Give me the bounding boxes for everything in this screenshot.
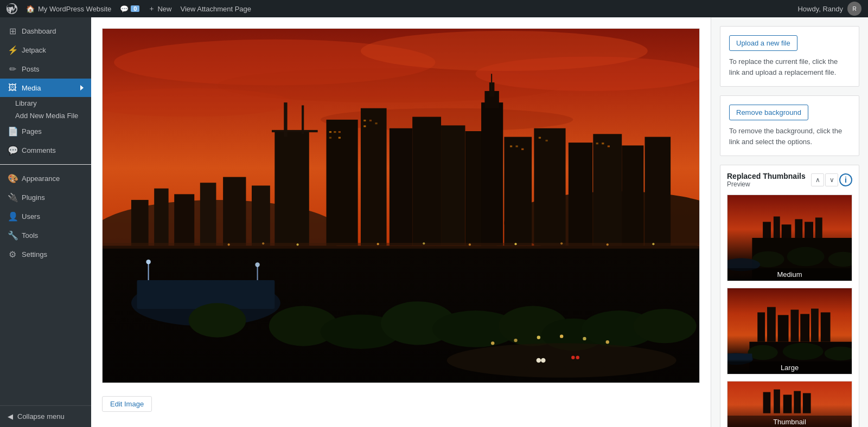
upload-description: To replace the current file, click the l… — [729, 56, 850, 77]
sidebar-item-comments[interactable]: 💬 Comments — [0, 141, 91, 160]
sidebar-item-plugins-label: Plugins — [22, 193, 45, 202]
svg-rect-23 — [272, 130, 318, 132]
sidebar-item-media[interactable]: 🖼 Media — [0, 79, 91, 97]
sidebar-item-pages-label: Pages — [22, 127, 42, 135]
remove-background-button[interactable]: Remove background — [729, 105, 808, 120]
svg-point-57 — [146, 260, 150, 264]
svg-rect-105 — [778, 315, 789, 341]
edit-image-button[interactable]: Edit Image — [102, 396, 152, 412]
sidebar-item-settings-label: Settings — [22, 250, 47, 258]
svg-point-76 — [541, 358, 545, 363]
dashboard-icon: ⊞ — [8, 26, 17, 36]
sidebar-item-plugins[interactable]: 🔌 Plugins — [0, 188, 91, 207]
thumbnail-medium-label: Medium — [727, 268, 852, 281]
svg-rect-49 — [596, 143, 598, 144]
media-arrow — [80, 85, 84, 90]
sidebar-item-tools-label: Tools — [22, 231, 38, 240]
svg-rect-42 — [363, 125, 366, 127]
svg-rect-54 — [137, 280, 275, 309]
sidebar-item-dashboard[interactable]: ⊞ Dashboard — [0, 22, 91, 41]
library-label: Library — [15, 99, 37, 107]
svg-rect-10 — [154, 189, 168, 246]
sidebar-item-jetpack-label: Jetpack — [22, 46, 46, 54]
svg-rect-38 — [329, 137, 331, 139]
svg-point-81 — [262, 242, 264, 244]
svg-point-74 — [606, 340, 609, 344]
svg-point-88 — [607, 243, 609, 245]
svg-rect-28 — [593, 134, 622, 245]
svg-rect-9 — [131, 200, 149, 246]
svg-rect-118 — [774, 390, 780, 413]
wp-logo[interactable] — [7, 3, 17, 14]
thumbnails-section: Replaced Thumbnails Preview ∧ ∨ i — [720, 165, 859, 427]
avatar: R — [847, 2, 861, 16]
view-attachment-label: View Attachment Page — [180, 5, 251, 13]
thumbnails-collapse-up-button[interactable]: ∧ — [811, 173, 824, 186]
settings-icon: ⚙ — [8, 249, 17, 260]
sidebar-item-pages[interactable]: 📄 Pages — [0, 122, 91, 141]
svg-rect-115 — [727, 353, 752, 360]
svg-point-67 — [633, 309, 696, 343]
jetpack-icon: ⚡ — [8, 45, 17, 55]
pages-icon: 📄 — [8, 126, 17, 137]
svg-rect-17 — [390, 128, 412, 246]
remove-background-description: To remove the background, click the link… — [729, 126, 850, 147]
new-content-link[interactable]: ＋ New — [148, 4, 171, 14]
svg-point-75 — [537, 358, 541, 363]
svg-rect-119 — [783, 394, 792, 413]
svg-rect-31 — [481, 102, 503, 245]
collapse-icon: ◀ — [8, 412, 13, 420]
image-preview-area: Edit Image — [91, 17, 711, 427]
svg-rect-39 — [339, 137, 341, 139]
sidebar-sub-add-new[interactable]: Add New Media File — [0, 109, 91, 122]
view-attachment-page-link[interactable]: View Attachment Page — [180, 5, 251, 13]
svg-rect-45 — [516, 145, 518, 147]
svg-rect-50 — [602, 143, 604, 144]
svg-rect-43 — [375, 122, 377, 124]
right-panel: Upload a new file To replace the current… — [711, 17, 868, 427]
sidebar-item-users[interactable]: 👤 Users — [0, 207, 91, 226]
thumbnails-title: Replaced Thumbnails — [727, 172, 806, 180]
sidebar-item-settings[interactable]: ⚙ Settings — [0, 245, 91, 264]
new-label: New — [157, 5, 171, 13]
sidebar-sub-library[interactable]: Library — [0, 97, 91, 109]
upload-new-file-button[interactable]: Upload a new file — [729, 35, 797, 51]
sidebar-item-tools[interactable]: 🔧 Tools — [0, 226, 91, 245]
svg-rect-41 — [369, 120, 372, 121]
svg-rect-36 — [334, 131, 336, 133]
svg-rect-44 — [510, 145, 512, 147]
thumbnails-collapse-down-button[interactable]: ∨ — [825, 173, 838, 186]
sidebar-item-media-label: Media — [22, 84, 41, 92]
svg-point-86 — [514, 243, 516, 245]
svg-rect-120 — [794, 391, 801, 413]
thumbnails-controls: ∧ ∨ i — [811, 173, 852, 186]
svg-point-69 — [491, 341, 494, 345]
thumbnail-large-label: Large — [727, 361, 852, 374]
sidebar: ⊞ Dashboard ⚡ Jetpack ✏ Posts 🖼 Media Li… — [0, 17, 91, 427]
sidebar-item-jetpack[interactable]: ⚡ Jetpack — [0, 41, 91, 60]
sidebar-item-comments-label: Comments — [22, 146, 56, 154]
collapse-menu-button[interactable]: ◀ Collapse menu — [0, 405, 91, 427]
svg-rect-79 — [103, 243, 699, 249]
svg-point-65 — [189, 303, 246, 337]
svg-rect-46 — [521, 148, 524, 150]
svg-point-112 — [783, 343, 824, 360]
thumbnail-small-label: Thumbnail — [727, 416, 852, 427]
svg-rect-16 — [361, 108, 387, 246]
thumbnails-info-button[interactable]: i — [839, 173, 852, 186]
svg-point-71 — [537, 336, 540, 339]
thumbnail-large: Large — [727, 288, 852, 374]
sidebar-item-posts-label: Posts — [22, 65, 40, 73]
sidebar-item-appearance-label: Appearance — [22, 174, 60, 183]
remove-background-section: Remove background To remove the backgrou… — [720, 95, 859, 156]
svg-rect-107 — [800, 314, 809, 341]
comments-link[interactable]: 💬 0 — [120, 5, 139, 13]
svg-rect-121 — [803, 393, 811, 413]
sidebar-item-posts[interactable]: ✏ Posts — [0, 60, 91, 79]
svg-point-85 — [469, 243, 471, 245]
collapse-label: Collapse menu — [17, 412, 65, 420]
svg-rect-24 — [302, 105, 304, 134]
svg-rect-108 — [811, 309, 819, 342]
site-name[interactable]: 🏠 My WordPress Website — [26, 5, 111, 13]
sidebar-item-appearance[interactable]: 🎨 Appearance — [0, 169, 91, 188]
